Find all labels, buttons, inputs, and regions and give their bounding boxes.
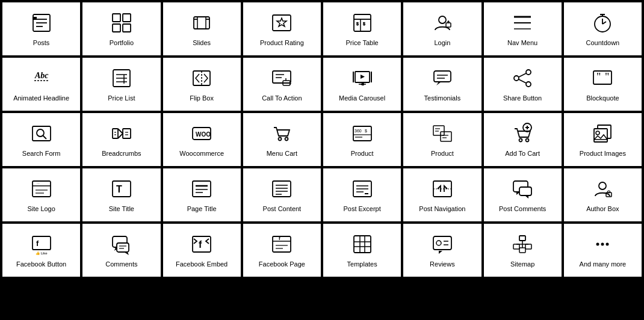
animated-headline-label: Animated Headline xyxy=(13,94,69,102)
cell-countdown[interactable]: Countdown xyxy=(564,2,642,55)
svg-marker-120 xyxy=(525,195,528,198)
facebook-embed-icon: f xyxy=(190,232,214,256)
comments-icon xyxy=(110,232,134,256)
cell-blockquote[interactable]: " " Blockquote xyxy=(564,58,642,111)
breadcrumbs-icon xyxy=(110,122,134,146)
cell-price-list[interactable]: Price List xyxy=(82,58,160,111)
cell-post-excerpt[interactable]: Post Excerpt xyxy=(323,168,401,221)
cell-slides[interactable]: Slides xyxy=(163,2,241,55)
product-price-icon: 360 $ xyxy=(350,122,374,146)
svg-text:$: $ xyxy=(356,22,359,26)
cell-share-button[interactable]: Share Button xyxy=(484,58,562,111)
cell-sitemap[interactable]: Sitemap xyxy=(484,224,562,277)
svg-text:$: $ xyxy=(363,22,365,26)
svg-text:···: ··· xyxy=(37,182,40,185)
login-label: Login xyxy=(434,38,450,47)
svg-point-73 xyxy=(279,137,282,140)
svg-marker-44 xyxy=(361,75,365,79)
media-carousel-icon xyxy=(350,66,374,90)
svg-point-89 xyxy=(519,138,522,141)
svg-rect-124 xyxy=(33,236,51,250)
post-navigation-icon xyxy=(430,177,454,201)
cell-woocommerce[interactable]: WOO Woocommerce xyxy=(163,113,241,166)
svg-text:": " xyxy=(596,71,601,83)
cell-search-form[interactable]: Search Form xyxy=(2,113,80,166)
svg-text:f: f xyxy=(199,239,202,250)
posts-icon xyxy=(29,11,54,35)
cell-reviews[interactable]: Reviews xyxy=(403,224,481,277)
woocommerce-label: Woocommerce xyxy=(179,149,224,158)
cell-login[interactable]: Login xyxy=(403,2,481,55)
svg-text:360: 360 xyxy=(355,129,362,133)
product-rating-icon xyxy=(270,11,294,35)
cell-post-comments[interactable]: Post Comments xyxy=(484,168,562,221)
post-content-label: Post Content xyxy=(263,205,302,213)
product-price2-icon xyxy=(430,122,454,146)
cell-templates[interactable]: Templates xyxy=(323,224,401,277)
post-navigation-label: Post Navigation xyxy=(419,205,465,213)
cell-posts[interactable]: Posts xyxy=(2,2,80,55)
cell-flip-box[interactable]: Flip Box xyxy=(163,58,241,111)
cell-comments[interactable]: Comments xyxy=(82,224,160,277)
price-list-icon xyxy=(110,66,134,90)
svg-line-57 xyxy=(519,73,526,77)
svg-marker-12 xyxy=(277,18,286,26)
svg-point-160 xyxy=(596,242,599,245)
cell-menu-cart[interactable]: Menu Cart xyxy=(243,113,321,166)
cell-product-images[interactable]: Product Images xyxy=(564,113,642,166)
svg-rect-50 xyxy=(434,71,451,82)
cell-product-price2[interactable]: Product xyxy=(403,113,481,166)
menu-cart-icon xyxy=(270,122,294,146)
cell-add-to-cart[interactable]: Add To Cart xyxy=(484,113,562,166)
post-excerpt-label: Post Excerpt xyxy=(343,205,380,213)
cell-breadcrumbs[interactable]: Breadcrumbs xyxy=(82,113,160,166)
flip-box-icon xyxy=(190,66,214,90)
breadcrumbs-label: Breadcrumbs xyxy=(102,149,141,158)
cell-testimonials[interactable]: Testimonials xyxy=(403,58,481,111)
cell-product-rating[interactable]: Product Rating xyxy=(243,2,321,55)
cell-animated-headline[interactable]: Abc Animated Headline xyxy=(2,58,80,111)
svg-rect-130 xyxy=(117,243,129,252)
price-list-label: Price List xyxy=(108,94,135,102)
widget-grid: Posts Portfolio Slides xyxy=(0,0,644,279)
cell-facebook-embed[interactable]: f Facebook Embed xyxy=(163,224,241,277)
share-button-icon xyxy=(510,66,534,90)
add-to-cart-icon xyxy=(510,122,534,146)
cell-facebook-page[interactable]: f Facebook Page xyxy=(243,224,321,277)
product-images-label: Product Images xyxy=(580,149,626,158)
nav-menu-icon xyxy=(510,11,534,35)
svg-rect-81 xyxy=(441,132,451,141)
svg-rect-39 xyxy=(273,71,291,83)
svg-rect-156 xyxy=(525,244,531,249)
svg-line-64 xyxy=(43,135,46,139)
svg-rect-5 xyxy=(113,14,120,22)
svg-rect-101 xyxy=(193,181,211,197)
svg-point-56 xyxy=(526,82,531,87)
cell-and-many-more[interactable]: And many more xyxy=(564,224,642,277)
cell-nav-menu[interactable]: Nav Menu xyxy=(484,2,562,55)
facebook-button-label: Facebook Button xyxy=(16,260,66,268)
cell-price-table[interactable]: $ $ Price Table xyxy=(323,2,401,55)
share-button-label: Share Button xyxy=(503,94,542,102)
cell-site-logo[interactable]: ··· Site Logo xyxy=(2,168,80,221)
svg-text:WOO: WOO xyxy=(196,131,211,138)
svg-rect-80 xyxy=(433,126,444,135)
page-title-label: Page Title xyxy=(187,205,217,213)
cell-author-box[interactable]: Author Box xyxy=(564,168,642,221)
cell-site-title[interactable]: T Site Title xyxy=(82,168,160,221)
svg-marker-147 xyxy=(439,251,442,254)
product-images-icon xyxy=(590,122,615,146)
cell-post-content[interactable]: Post Content xyxy=(243,168,321,221)
menu-cart-label: Menu Cart xyxy=(267,149,297,158)
svg-point-74 xyxy=(285,137,288,140)
cell-call-to-action[interactable]: Call To Action xyxy=(243,58,321,111)
cell-product-price[interactable]: 360 $ Product xyxy=(323,113,401,166)
cell-post-navigation[interactable]: Post Navigation xyxy=(403,168,481,221)
cell-portfolio[interactable]: Portfolio xyxy=(82,2,160,55)
templates-icon xyxy=(350,232,374,256)
media-carousel-label: Media Carousel xyxy=(339,94,385,102)
cell-page-title[interactable]: Page Title xyxy=(163,168,241,221)
cell-media-carousel[interactable]: Media Carousel xyxy=(323,58,401,111)
svg-point-90 xyxy=(526,138,529,141)
cell-facebook-button[interactable]: f 👍 Like Facebook Button xyxy=(2,224,80,277)
